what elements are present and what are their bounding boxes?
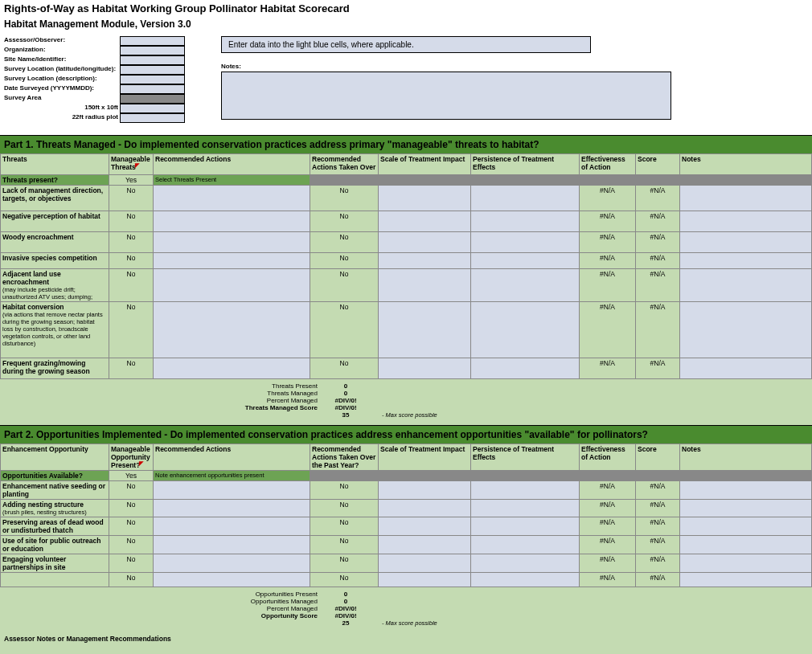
cell-manageable[interactable]: No — [109, 358, 154, 379]
label-size2: 22ft radius plot — [4, 113, 120, 123]
cell-persist[interactable] — [471, 481, 580, 500]
cell-scale[interactable] — [379, 269, 471, 302]
cell-scale[interactable] — [379, 536, 471, 554]
cell-rec-actions[interactable] — [154, 269, 310, 302]
cell-persist[interactable] — [471, 186, 580, 211]
cell-rec-actions[interactable] — [154, 253, 310, 269]
cell-manageable[interactable]: No — [109, 573, 154, 587]
sum-val: 0 — [326, 598, 366, 605]
cell-rec-actions[interactable] — [154, 186, 310, 211]
cell-rec-taken[interactable]: No — [310, 481, 379, 500]
cell-rec-actions[interactable] — [154, 481, 310, 500]
cell-notes[interactable] — [680, 232, 812, 253]
input-latlon[interactable] — [120, 65, 185, 75]
cell-notes[interactable] — [680, 517, 812, 536]
cell-persist[interactable] — [471, 573, 580, 587]
cell-rec-taken[interactable]: No — [310, 536, 379, 554]
cell-persist[interactable] — [471, 253, 580, 269]
cell-manageable[interactable]: No — [109, 253, 154, 269]
cell-manageable[interactable]: No — [109, 302, 154, 358]
cell-scale[interactable] — [379, 358, 471, 379]
notes-input[interactable] — [221, 72, 671, 120]
sum-val: #DIV/0! — [326, 404, 366, 411]
table-row: Adjacent land use encroachment(may inclu… — [1, 269, 812, 302]
cell-rec-taken[interactable]: No — [310, 232, 379, 253]
cell-persist[interactable] — [471, 232, 580, 253]
cell-persist[interactable] — [471, 554, 580, 573]
input-desc[interactable] — [120, 75, 185, 84]
cell-manageable[interactable]: No — [109, 500, 154, 517]
cell-rec-actions[interactable] — [154, 573, 310, 587]
cell-rec-taken[interactable]: No — [310, 500, 379, 517]
cell-persist[interactable] — [471, 211, 580, 232]
cell-notes[interactable] — [680, 573, 812, 587]
input-date[interactable] — [120, 84, 185, 94]
cell-rec-actions[interactable] — [154, 358, 310, 379]
cell-rec-actions[interactable] — [154, 554, 310, 573]
cell-persist[interactable] — [471, 536, 580, 554]
threats-present-value[interactable]: Yes — [109, 175, 154, 186]
cell-rec-taken[interactable]: No — [310, 253, 379, 269]
cell-rec-actions[interactable] — [154, 232, 310, 253]
input-org[interactable] — [120, 46, 185, 55]
cell-rec-taken[interactable]: No — [310, 554, 379, 573]
input-assessor[interactable] — [120, 36, 185, 46]
cell-persist[interactable] — [471, 302, 580, 358]
assessor-notes-label: Assessor Notes or Management Recommendat… — [0, 632, 812, 648]
cell-notes[interactable] — [680, 186, 812, 211]
col-score: Score — [636, 154, 680, 175]
part1-summary: Threats Present0 Threats Managed0 Percen… — [0, 379, 812, 425]
cell-score: #N/A — [636, 211, 680, 232]
cell-notes[interactable] — [680, 536, 812, 554]
cell-scale[interactable] — [379, 481, 471, 500]
cell-manageable[interactable]: No — [109, 186, 154, 211]
cell-rec-actions[interactable] — [154, 211, 310, 232]
cell-notes[interactable] — [680, 253, 812, 269]
cell-notes[interactable] — [680, 358, 812, 379]
input-size1[interactable] — [120, 104, 185, 113]
cell-persist[interactable] — [471, 500, 580, 517]
cell-scale[interactable] — [379, 253, 471, 269]
cell-rec-taken[interactable]: No — [310, 211, 379, 232]
cell-rec-taken[interactable]: No — [310, 302, 379, 358]
cell-rec-actions[interactable] — [154, 500, 310, 517]
cell-manageable[interactable]: No — [109, 554, 154, 573]
cell-scale[interactable] — [379, 186, 471, 211]
cell-rec-taken[interactable]: No — [310, 186, 379, 211]
cell-manageable[interactable]: No — [109, 269, 154, 302]
cell-manageable[interactable]: No — [109, 232, 154, 253]
cell-manageable[interactable]: No — [109, 211, 154, 232]
cell-scale[interactable] — [379, 517, 471, 536]
cell-scale[interactable] — [379, 500, 471, 517]
cell-notes[interactable] — [680, 269, 812, 302]
cell-scale[interactable] — [379, 554, 471, 573]
cell-notes[interactable] — [680, 500, 812, 517]
sum-val: #DIV/0! — [326, 397, 366, 404]
cell-scale[interactable] — [379, 302, 471, 358]
sum-label: Opportunity Score — [0, 612, 326, 619]
cell-persist[interactable] — [471, 358, 580, 379]
cell-persist[interactable] — [471, 269, 580, 302]
input-site[interactable] — [120, 55, 185, 65]
cell-notes[interactable] — [680, 481, 812, 500]
cell-rec-taken[interactable]: No — [310, 358, 379, 379]
cell-manageable[interactable]: No — [109, 536, 154, 554]
cell-rec-taken[interactable]: No — [310, 269, 379, 302]
cell-score: #N/A — [636, 269, 680, 302]
cell-rec-taken[interactable]: No — [310, 517, 379, 536]
cell-notes[interactable] — [680, 211, 812, 232]
cell-rec-taken[interactable]: No — [310, 573, 379, 587]
cell-rec-actions[interactable] — [154, 302, 310, 358]
cell-scale[interactable] — [379, 232, 471, 253]
cell-manageable[interactable]: No — [109, 481, 154, 500]
cell-rec-actions[interactable] — [154, 517, 310, 536]
cell-manageable[interactable]: No — [109, 517, 154, 536]
cell-scale[interactable] — [379, 211, 471, 232]
cell-scale[interactable] — [379, 573, 471, 587]
input-size2[interactable] — [120, 113, 185, 123]
cell-rec-actions[interactable] — [154, 536, 310, 554]
cell-notes[interactable] — [680, 302, 812, 358]
cell-notes[interactable] — [680, 554, 812, 573]
opps-available-value[interactable]: Yes — [109, 471, 154, 481]
cell-persist[interactable] — [471, 517, 580, 536]
